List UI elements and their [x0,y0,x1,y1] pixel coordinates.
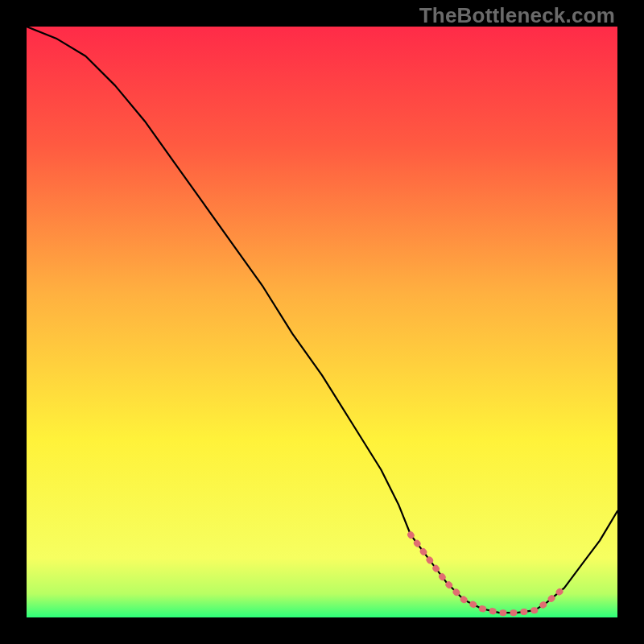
chart-outer-frame: TheBottleneck.com [0,0,644,644]
gradient-background [27,27,617,617]
watermark-text: TheBottleneck.com [419,3,615,28]
chart-plot-area [27,27,617,617]
chart-svg [27,27,617,617]
